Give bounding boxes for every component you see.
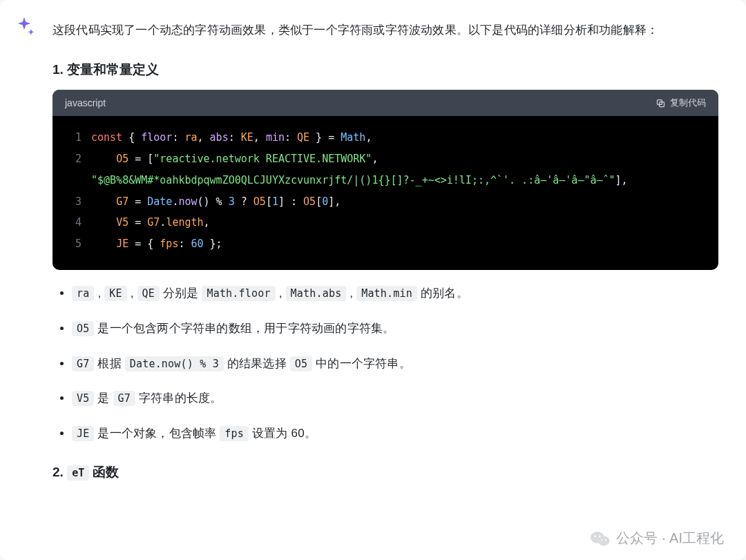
wechat-attribution: 公众号 · AI工程化 [590,529,724,548]
code-line-2-cont: "$@B%8&WM#*oahkbdpqwmZO0QLCJUYXzcvunxrjf… [65,170,706,191]
document-page: 这段代码实现了一个动态的字符动画效果，类似于一个字符雨或字符波动效果。以下是代码… [0,0,746,560]
code-line-4: 4 V5 = G7.length, [65,212,706,233]
sparkle-icon [12,15,37,40]
list-item: ra , KE , QE 分别是 Math.floor , Math.abs ,… [72,284,718,304]
code-lang-label: javascript [65,97,106,108]
copy-code-button[interactable]: 复制代码 [656,97,706,109]
code-block: javascript 复制代码 1 const { floor: ra, abs… [52,90,718,270]
list-item: JE 是一个对象，包含帧率 fps 设置为 60。 [72,424,718,444]
code-line-1: 1 const { floor: ra, abs: KE, min: QE } … [65,127,706,148]
list-item: G7 根据 Date.now() % 3 的结果选择 O5 中的一个字符串。 [72,354,718,374]
wechat-icon [590,530,611,548]
intro-paragraph: 这段代码实现了一个动态的字符动画效果，类似于一个字符雨或字符波动效果。以下是代码… [52,19,718,41]
code-line-3: 3 G7 = Date.now() % 3 ? O5[1] : O5[0], [65,191,706,213]
svg-point-4 [598,536,610,545]
wechat-label: 公众号 · AI工程化 [616,529,724,548]
code-line-2: 2 O5 = ["reactive.network REACTIVE.NETWO… [65,148,706,170]
code-block-header: javascript 复制代码 [52,90,718,116]
code-body: 1 const { floor: ra, abs: KE, min: QE } … [52,116,718,270]
explanation-list: ra , KE , QE 分别是 Math.floor , Math.abs ,… [52,284,718,444]
list-item: V5 是 G7 字符串的长度。 [72,389,718,409]
svg-point-5 [595,535,597,537]
svg-point-6 [599,535,601,537]
copy-code-label: 复制代码 [670,97,706,109]
content-column: 这段代码实现了一个动态的字符动画效果，类似于一个字符雨或字符波动效果。以下是代码… [52,19,718,481]
section-1-heading: 1. 变量和常量定义 [52,61,718,79]
code-line-5: 5 JE = { fps: 60 }; [65,233,706,255]
svg-point-8 [605,539,606,541]
copy-icon [656,98,666,108]
svg-point-7 [601,539,602,541]
section-2-heading: 2. eT 函数 [52,463,718,481]
list-item: O5 是一个包含两个字符串的数组，用于字符动画的字符集。 [72,319,718,339]
